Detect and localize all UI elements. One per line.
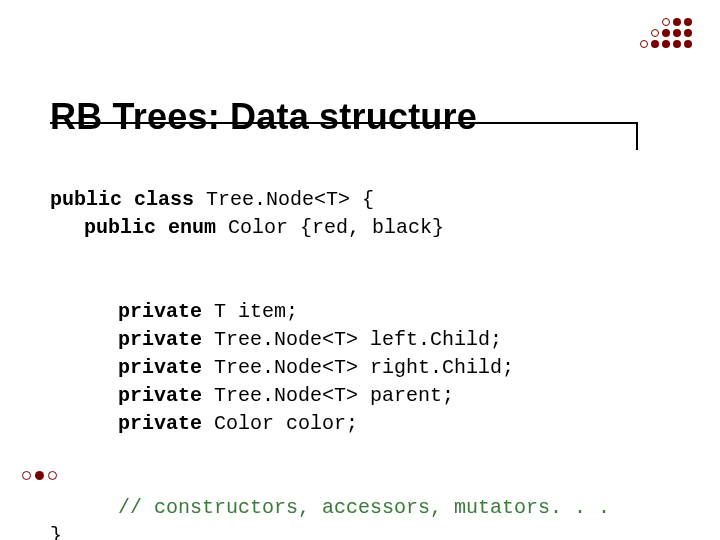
class-decl-tail: Tree.Node<T> { (194, 188, 374, 211)
kw-class: class (134, 188, 194, 211)
field1-tail: T item; (202, 300, 298, 323)
code-line-7: private Color color; (50, 410, 358, 438)
field3-tail: Tree.Node<T> right.Child; (202, 356, 514, 379)
code-line-5: private Tree.Node<T> right.Child; (50, 354, 514, 382)
title-underline-tick (636, 122, 638, 150)
field2-tail: Tree.Node<T> left.Child; (202, 328, 502, 351)
code-line-close: } (50, 524, 62, 540)
code-line-1: public class Tree.Node<T> { (50, 188, 374, 211)
code-comment: // constructors, accessors, mutators. . … (50, 494, 610, 522)
kw-private: private (118, 412, 202, 435)
enum-decl-tail: Color {red, black} (216, 216, 444, 239)
field5-tail: Color color; (202, 412, 358, 435)
kw-public: public (50, 188, 122, 211)
kw-private: private (118, 300, 202, 323)
page-title: RB Trees: Data structure (50, 96, 477, 138)
kw-private: private (118, 328, 202, 351)
code-line-6: private Tree.Node<T> parent; (50, 382, 454, 410)
kw-private: private (118, 384, 202, 407)
kw-enum: enum (168, 216, 216, 239)
code-line-3: private T item; (50, 298, 298, 326)
kw-private: private (118, 356, 202, 379)
title-underline (50, 122, 636, 124)
field4-tail: Tree.Node<T> parent; (202, 384, 454, 407)
slide: RB Trees: Data structure public class Tr… (0, 0, 720, 540)
corner-dots-top-right (640, 18, 692, 48)
kw-public: public (84, 216, 156, 239)
code-block: public class Tree.Node<T> { public enum … (50, 158, 610, 540)
code-line-4: private Tree.Node<T> left.Child; (50, 326, 502, 354)
corner-dots-bottom-left (22, 471, 57, 480)
code-line-2: public enum Color {red, black} (50, 214, 444, 242)
